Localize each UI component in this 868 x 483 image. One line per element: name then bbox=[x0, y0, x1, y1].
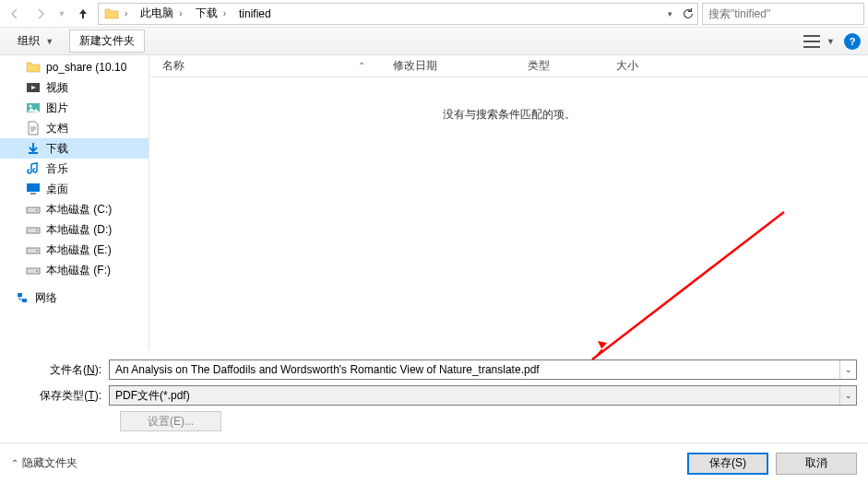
tree-item[interactable]: 音乐 bbox=[0, 159, 149, 179]
settings-button[interactable]: 设置(E)... bbox=[120, 411, 221, 431]
tree-item-label: 视频 bbox=[46, 80, 68, 96]
chevron-down-icon: ▼ bbox=[826, 37, 835, 46]
svg-point-2 bbox=[30, 105, 32, 108]
chevron-up-icon: ⌃ bbox=[11, 458, 18, 468]
breadcrumb-bar[interactable]: › 此电脑 › 下载 › tinified ▾ bbox=[98, 3, 698, 25]
hide-folders-toggle[interactable]: ⌃ 隐藏文件夹 bbox=[11, 455, 77, 471]
empty-state-message: 没有与搜索条件匹配的项。 bbox=[149, 77, 868, 123]
sidebar-tree: po_share (10.10视频图片文档下载音乐桌面本地磁盘 (C:)本地磁盘… bbox=[0, 55, 149, 350]
save-button[interactable]: 保存(S) bbox=[687, 453, 768, 475]
new-folder-label: 新建文件夹 bbox=[79, 34, 135, 47]
column-header-date[interactable]: 修改日期 bbox=[393, 58, 528, 74]
filetype-row: 保存类型(T): ⌄ bbox=[11, 385, 857, 406]
column-header-type[interactable]: 类型 bbox=[528, 58, 616, 74]
tree-item-label: 文档 bbox=[46, 121, 68, 136]
tree-item[interactable]: 视频 bbox=[0, 77, 149, 98]
chevron-right-icon: › bbox=[221, 8, 228, 18]
chevron-down-icon: ▼ bbox=[45, 37, 54, 46]
main-area: po_share (10.10视频图片文档下载音乐桌面本地磁盘 (C:)本地磁盘… bbox=[0, 55, 868, 350]
column-label: 大小 bbox=[616, 58, 638, 74]
filename-label: 文件名(N): bbox=[11, 362, 109, 378]
column-header-name[interactable]: 名称 ⌃ bbox=[162, 58, 393, 74]
organize-button[interactable]: 组织 ▼ bbox=[7, 29, 64, 53]
svg-point-8 bbox=[36, 230, 38, 231]
column-label: 类型 bbox=[528, 58, 550, 74]
recent-dropdown[interactable]: ▼ bbox=[55, 3, 68, 25]
save-fields: 文件名(N): ⌄ 保存类型(T): ⌄ 设置(E)... bbox=[0, 350, 868, 435]
filename-dropdown-button[interactable]: ⌄ bbox=[839, 360, 856, 379]
svg-rect-13 bbox=[18, 293, 22, 297]
filetype-dropdown-button[interactable]: ⌄ bbox=[839, 386, 856, 405]
svg-rect-4 bbox=[30, 193, 36, 194]
breadcrumb-item-pc[interactable]: 此电脑 › bbox=[135, 4, 189, 24]
tree-item-label: 本地磁盘 (C:) bbox=[46, 202, 112, 218]
file-list-area: 名称 ⌃ 修改日期 类型 大小 没有与搜索条件匹配的项。 bbox=[149, 55, 868, 350]
save-label: 保存(S) bbox=[709, 455, 746, 471]
cancel-label: 取消 bbox=[805, 455, 827, 471]
breadcrumb-item-downloads[interactable]: 下载 › bbox=[190, 4, 233, 24]
tree-item-label: 桌面 bbox=[46, 182, 68, 197]
tree-item[interactable]: 本地磁盘 (E:) bbox=[0, 240, 149, 260]
tree-item[interactable]: 桌面 bbox=[0, 179, 149, 199]
search-input[interactable] bbox=[708, 7, 858, 20]
breadcrumb-root-icon[interactable]: › bbox=[99, 4, 135, 24]
svg-point-10 bbox=[36, 250, 38, 252]
column-label: 修改日期 bbox=[393, 58, 437, 74]
filename-input[interactable] bbox=[110, 360, 839, 379]
svg-point-12 bbox=[36, 270, 38, 272]
view-options-button[interactable]: ▼ bbox=[803, 35, 835, 48]
forward-button[interactable] bbox=[30, 3, 52, 25]
tree-item[interactable]: 本地磁盘 (F:) bbox=[0, 260, 149, 280]
new-folder-button[interactable]: 新建文件夹 bbox=[69, 29, 145, 53]
hide-folders-label: 隐藏文件夹 bbox=[22, 455, 77, 471]
tree-item-label: 下载 bbox=[46, 141, 68, 157]
filename-row: 文件名(N): ⌄ bbox=[11, 359, 857, 380]
tree-item[interactable]: 图片 bbox=[0, 98, 149, 118]
breadcrumb-label: 此电脑 bbox=[140, 6, 173, 21]
column-label: 名称 bbox=[162, 58, 184, 74]
nav-bar: ▼ › 此电脑 › 下载 › tinified ▾ bbox=[0, 0, 868, 28]
tree-item[interactable]: 本地磁盘 (C:) bbox=[0, 199, 149, 219]
tree-item-label: 本地磁盘 (E:) bbox=[46, 242, 112, 258]
tree-item-label: po_share (10.10 bbox=[46, 61, 126, 74]
filetype-input[interactable] bbox=[110, 386, 839, 405]
toolbar: 组织 ▼ 新建文件夹 ▼ ? bbox=[0, 28, 868, 55]
chevron-right-icon: › bbox=[177, 8, 184, 18]
tree-item[interactable]: 本地磁盘 (D:) bbox=[0, 219, 149, 240]
tree-item[interactable]: po_share (10.10 bbox=[0, 57, 149, 77]
filename-combo[interactable]: ⌄ bbox=[109, 359, 857, 380]
filetype-label: 保存类型(T): bbox=[11, 388, 109, 404]
help-button[interactable]: ? bbox=[844, 33, 861, 50]
svg-rect-3 bbox=[27, 183, 40, 192]
breadcrumb-label: 下载 bbox=[196, 6, 218, 21]
tree-item[interactable]: 下载 bbox=[0, 138, 149, 159]
tree-item-network[interactable]: 网络 bbox=[0, 288, 149, 308]
tree-item-label: 本地磁盘 (D:) bbox=[46, 222, 112, 238]
column-headers: 名称 ⌃ 修改日期 类型 大小 bbox=[149, 55, 868, 77]
folder-icon bbox=[104, 6, 119, 21]
up-button[interactable] bbox=[72, 3, 94, 25]
tree-item-label: 图片 bbox=[46, 100, 68, 116]
tree-item-label: 网络 bbox=[35, 290, 57, 306]
organize-label: 组织 bbox=[18, 34, 40, 47]
back-button[interactable] bbox=[4, 3, 26, 25]
breadcrumb-dropdown[interactable]: ▾ bbox=[660, 3, 679, 25]
svg-point-6 bbox=[36, 209, 38, 211]
footer-bar: ⌃ 隐藏文件夹 保存(S) 取消 bbox=[0, 442, 868, 483]
sort-indicator-icon: ⌃ bbox=[358, 61, 365, 71]
column-header-size[interactable]: 大小 bbox=[616, 58, 690, 74]
chevron-right-icon: › bbox=[123, 8, 129, 18]
breadcrumb-item-tinified[interactable]: tinified bbox=[233, 4, 277, 24]
tree-item-label: 本地磁盘 (F:) bbox=[46, 263, 111, 278]
tree-item-label: 音乐 bbox=[46, 161, 68, 177]
tree-item[interactable]: 文档 bbox=[0, 118, 149, 138]
breadcrumb-label: tinified bbox=[239, 7, 271, 20]
filetype-combo[interactable]: ⌄ bbox=[109, 385, 857, 406]
cancel-button[interactable]: 取消 bbox=[776, 453, 857, 475]
search-box[interactable] bbox=[702, 3, 864, 25]
refresh-button[interactable] bbox=[679, 3, 697, 25]
list-view-icon bbox=[803, 35, 820, 48]
